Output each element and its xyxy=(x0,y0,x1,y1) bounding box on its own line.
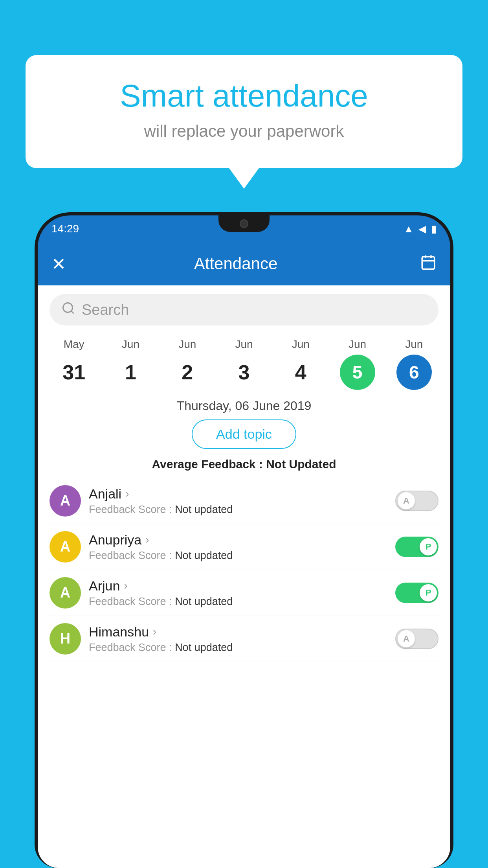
toggle-knob-3: A xyxy=(398,630,415,647)
status-time: 14:29 xyxy=(51,223,79,235)
student-list: AAnjali ›Feedback Score : Not updatedAAA… xyxy=(38,478,450,662)
student-info-3: Himanshu ›Feedback Score : Not updated xyxy=(89,624,387,654)
day-month: Jun xyxy=(349,338,366,351)
day-number: 31 xyxy=(56,355,92,390)
calendar-day-0[interactable]: May31 xyxy=(50,338,97,390)
toggle-knob-2: P xyxy=(420,584,437,601)
signal-icon: ◀ xyxy=(418,223,426,235)
student-name-2[interactable]: Arjun › xyxy=(89,578,387,594)
student-feedback-0: Feedback Score : Not updated xyxy=(89,504,387,516)
app-bar: ✕ Attendance xyxy=(38,242,450,285)
day-number: 4 xyxy=(283,355,318,390)
phone-frame: 14:29 ▲ ◀ ▮ ✕ Attendance xyxy=(35,212,453,868)
student-item-1: AAnupriya ›Feedback Score : Not updatedP xyxy=(46,524,442,570)
selected-date-label: Thursday, 06 June 2019 xyxy=(38,399,450,413)
battery-icon: ▮ xyxy=(431,223,437,235)
avg-feedback: Average Feedback : Not Updated xyxy=(38,458,450,471)
day-number: 3 xyxy=(226,355,262,390)
student-feedback-3: Feedback Score : Not updated xyxy=(89,642,387,654)
calendar-day-6[interactable]: Jun6 xyxy=(391,338,438,390)
notch xyxy=(218,215,270,232)
student-info-2: Arjun ›Feedback Score : Not updated xyxy=(89,578,387,608)
toggle-knob-1: P xyxy=(420,538,437,555)
phone-inner: 14:29 ▲ ◀ ▮ ✕ Attendance xyxy=(38,215,450,868)
attendance-toggle-3[interactable]: A xyxy=(395,629,438,649)
avg-feedback-value: Not Updated xyxy=(266,458,336,471)
day-month: Jun xyxy=(405,338,423,351)
day-number: 6 xyxy=(396,355,432,390)
speech-bubble-container: Smart attendance will replace your paper… xyxy=(26,55,462,168)
day-month: Jun xyxy=(292,338,310,351)
student-info-0: Anjali ›Feedback Score : Not updated xyxy=(89,486,387,516)
student-chevron: › xyxy=(145,533,149,546)
toggle-knob-0: A xyxy=(398,492,415,509)
day-month: Jun xyxy=(122,338,139,351)
day-number: 5 xyxy=(340,355,375,390)
speech-bubble: Smart attendance will replace your paper… xyxy=(26,55,462,168)
bubble-title: Smart attendance xyxy=(57,79,431,113)
student-item-3: HHimanshu ›Feedback Score : Not updatedA xyxy=(46,616,442,662)
student-info-1: Anupriya ›Feedback Score : Not updated xyxy=(89,532,387,562)
student-avatar-0: A xyxy=(50,485,81,517)
svg-point-4 xyxy=(63,303,73,312)
student-avatar-1: A xyxy=(50,531,81,563)
calendar-day-2[interactable]: Jun2 xyxy=(164,338,211,390)
student-avatar-3: H xyxy=(50,623,81,655)
search-icon xyxy=(61,301,75,319)
status-icons: ▲ ◀ ▮ xyxy=(404,223,437,235)
student-name-3[interactable]: Himanshu › xyxy=(89,624,387,640)
search-bar[interactable]: Search xyxy=(50,294,438,326)
day-number: 1 xyxy=(113,355,148,390)
wifi-icon: ▲ xyxy=(404,223,414,235)
attendance-toggle-0[interactable]: A xyxy=(395,491,438,511)
student-feedback-1: Feedback Score : Not updated xyxy=(89,550,387,562)
notch-camera xyxy=(240,219,248,228)
student-name-1[interactable]: Anupriya › xyxy=(89,532,387,548)
day-month: May xyxy=(64,338,84,351)
avg-feedback-label: Average Feedback : xyxy=(152,458,262,471)
screen-content: Search May31Jun1Jun2Jun3Jun4Jun5Jun6 Thu… xyxy=(38,285,450,868)
student-item-0: AAnjali ›Feedback Score : Not updatedA xyxy=(46,478,442,524)
student-chevron: › xyxy=(124,579,127,592)
calendar-day-3[interactable]: Jun3 xyxy=(220,338,268,390)
app-title: Attendance xyxy=(75,254,396,273)
day-number: 2 xyxy=(170,355,205,390)
student-avatar-2: A xyxy=(50,577,81,609)
add-topic-button[interactable]: Add topic xyxy=(192,419,296,449)
attendance-toggle-1[interactable]: P xyxy=(395,537,438,557)
calendar-strip: May31Jun1Jun2Jun3Jun4Jun5Jun6 xyxy=(38,334,450,390)
calendar-icon[interactable] xyxy=(420,254,437,274)
student-name-0[interactable]: Anjali › xyxy=(89,486,387,502)
svg-rect-0 xyxy=(422,257,435,269)
student-item-2: AArjun ›Feedback Score : Not updatedP xyxy=(46,570,442,616)
calendar-day-5[interactable]: Jun5 xyxy=(334,338,381,390)
search-placeholder: Search xyxy=(82,302,129,318)
close-button[interactable]: ✕ xyxy=(51,254,75,274)
student-chevron: › xyxy=(153,625,156,638)
bubble-subtitle: will replace your paperwork xyxy=(57,122,431,141)
day-month: Jun xyxy=(178,338,196,351)
student-feedback-2: Feedback Score : Not updated xyxy=(89,596,387,608)
day-month: Jun xyxy=(235,338,253,351)
attendance-toggle-2[interactable]: P xyxy=(395,583,438,603)
student-chevron: › xyxy=(125,487,129,500)
calendar-day-4[interactable]: Jun4 xyxy=(277,338,324,390)
calendar-day-1[interactable]: Jun1 xyxy=(107,338,154,390)
svg-line-5 xyxy=(71,311,74,313)
